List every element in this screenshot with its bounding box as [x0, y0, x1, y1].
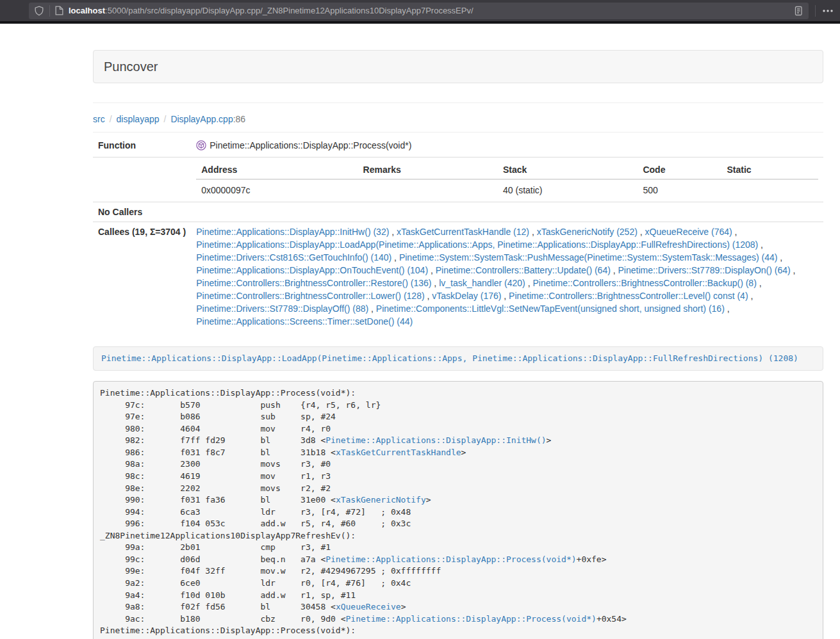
callee-link[interactable]: Pinetime::Components::LittleVgl::SetNewT…	[376, 303, 725, 314]
table-row: 0x0000097c 40 (static) 500	[196, 179, 818, 201]
breadcrumb-line-number: :86	[233, 114, 245, 124]
code-symbol-link[interactable]: xTaskGetCurrentTaskHandle	[336, 448, 461, 457]
callee-link[interactable]: Pinetime::Controllers::BrightnessControl…	[532, 278, 756, 288]
callee-link[interactable]: Pinetime::Applications::DisplayApp::Load…	[196, 239, 758, 250]
callee-link[interactable]: lv_task_handler (420)	[439, 278, 525, 288]
cell-code: 500	[638, 179, 721, 201]
app-title: Puncover	[104, 60, 812, 73]
col-stack: Stack	[498, 161, 638, 179]
menu-icon[interactable]	[822, 6, 834, 16]
stats-cell: Address Remarks Stack Code Static 0x0000…	[191, 158, 823, 202]
divider	[93, 102, 823, 103]
toolbar-bottom-border	[0, 21, 840, 24]
app-header-panel: Puncover	[93, 50, 823, 83]
callee-link[interactable]: Pinetime::Drivers::St7789::DisplayOff() …	[196, 303, 368, 314]
callee-link[interactable]: Pinetime::Drivers::Cst816S::GetTouchInfo…	[196, 252, 391, 263]
callees-row: Callees (19, Σ=3704 ) Pinetime::Applicat…	[93, 222, 823, 332]
shield-icon[interactable]	[34, 6, 44, 16]
top-callee-link[interactable]: Pinetime::Applications::DisplayApp::Load…	[101, 353, 798, 363]
callee-link[interactable]: xTaskGetCurrentTaskHandle (12)	[397, 227, 529, 237]
function-stats-table: Address Remarks Stack Code Static 0x0000…	[196, 161, 818, 201]
col-address: Address	[196, 161, 358, 179]
cell-remarks	[358, 179, 498, 201]
url-path: :5000/path/src/displayapp/DisplayApp.cpp…	[105, 6, 474, 15]
col-remarks: Remarks	[358, 161, 498, 179]
url-host: localhost	[69, 6, 105, 15]
no-callers-cell	[191, 202, 823, 222]
function-name-cell: Pinetime::Applications::DisplayApp::Proc…	[191, 136, 823, 158]
callee-link[interactable]: Pinetime::Drivers::St7789::DisplayOn() (…	[618, 265, 791, 275]
callees-label: Callees (19, Σ=3704 )	[93, 222, 191, 332]
function-table: Function Pinetime::Applications::Display…	[93, 136, 823, 331]
stats-row: Address Remarks Stack Code Static 0x0000…	[93, 158, 823, 202]
urlbar-divider	[49, 5, 50, 17]
callee-link[interactable]: Pinetime::Controllers::BrightnessControl…	[196, 291, 424, 301]
code-symbol-link[interactable]: Pinetime::Applications::DisplayApp::Init…	[325, 435, 546, 445]
callee-link[interactable]: Pinetime::Controllers::BrightnessControl…	[509, 291, 748, 301]
callee-link[interactable]: xTaskGenericNotify (252)	[537, 227, 638, 237]
breadcrumb-link-file[interactable]: DisplayApp.cpp	[170, 114, 233, 124]
no-callers-label: No Callers	[93, 202, 191, 222]
cell-address: 0x0000097c	[196, 179, 358, 201]
code-symbol-link[interactable]: xQueueReceive	[336, 602, 401, 611]
code-symbol-link[interactable]: Pinetime::Applications::DisplayApp::Proc…	[325, 554, 576, 564]
col-code: Code	[638, 161, 721, 179]
callee-link[interactable]: Pinetime::Applications::DisplayApp::OnTo…	[196, 265, 428, 275]
url-text: localhost:5000/path/src/displayapp/Displ…	[69, 6, 793, 15]
breadcrumb: src/displayapp/DisplayApp.cpp:86	[93, 113, 823, 125]
cell-static	[722, 179, 819, 201]
function-row: Function Pinetime::Applications::Display…	[93, 136, 823, 158]
callee-link[interactable]: vTaskDelay (176)	[432, 291, 501, 301]
callee-link[interactable]: Pinetime::System::SystemTask::PushMessag…	[399, 252, 778, 263]
code-symbol-link[interactable]: Pinetime::Applications::DisplayApp::Proc…	[346, 614, 597, 624]
page-icon[interactable]	[55, 6, 63, 15]
callee-link[interactable]: Pinetime::Applications::DisplayApp::Init…	[196, 227, 389, 237]
breadcrumb-link-displayapp[interactable]: displayapp	[117, 114, 160, 124]
cell-stack: 40 (static)	[498, 179, 638, 201]
function-name: Pinetime::Applications::DisplayApp::Proc…	[210, 140, 411, 150]
callee-link[interactable]: Pinetime::Controllers::BrightnessControl…	[196, 278, 431, 288]
browser-toolbar: localhost:5000/path/src/displayapp/Displ…	[0, 0, 840, 21]
url-bar[interactable]: localhost:5000/path/src/displayapp/Displ…	[29, 3, 809, 19]
disassembly-code: Pinetime::Applications::DisplayApp::Proc…	[93, 381, 823, 639]
breadcrumb-separator: /	[110, 114, 112, 124]
breadcrumb-link-src[interactable]: src	[93, 114, 105, 124]
stats-header-row: Address Remarks Stack Code Static	[196, 161, 818, 179]
no-callers-row: No Callers	[93, 202, 823, 222]
symbol-cube-icon	[196, 140, 206, 154]
empty-label-cell	[93, 158, 191, 202]
toolbar-divider	[815, 5, 816, 17]
callee-link[interactable]: Pinetime::Controllers::Battery::Update()…	[436, 265, 611, 275]
callee-link[interactable]: xQueueReceive (764)	[645, 227, 732, 237]
reader-view-icon[interactable]	[793, 6, 803, 16]
page-content: Puncover src/displayapp/DisplayApp.cpp:8…	[93, 50, 823, 639]
breadcrumb-separator: /	[164, 114, 167, 124]
callee-link[interactable]: Pinetime::Applications::Screens::Timer::…	[196, 316, 413, 327]
callees-list: Pinetime::Applications::DisplayApp::Init…	[191, 222, 823, 332]
top-callee-box: Pinetime::Applications::DisplayApp::Load…	[93, 346, 823, 371]
function-label: Function	[93, 136, 191, 158]
divider	[93, 132, 823, 133]
col-static: Static	[722, 161, 819, 179]
code-symbol-link[interactable]: xTaskGenericNotify	[336, 495, 426, 505]
